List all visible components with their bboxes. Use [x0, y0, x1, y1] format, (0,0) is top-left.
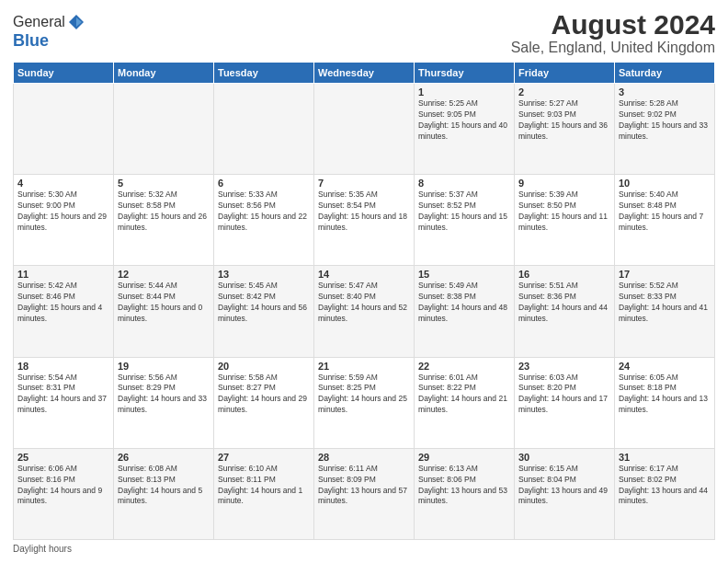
day-number: 6	[218, 178, 310, 189]
table-cell: 26Sunrise: 6:08 AMSunset: 8:13 PMDayligh…	[114, 448, 214, 539]
day-number: 27	[218, 452, 310, 463]
day-info: Sunrise: 5:39 AMSunset: 8:50 PMDaylight:…	[518, 190, 610, 234]
table-cell: 10Sunrise: 5:40 AMSunset: 8:48 PMDayligh…	[615, 175, 715, 266]
table-cell: 15Sunrise: 5:49 AMSunset: 8:38 PMDayligh…	[415, 266, 515, 357]
page-subtitle: Sale, England, United Kingdom	[511, 40, 715, 56]
table-cell: 16Sunrise: 5:51 AMSunset: 8:36 PMDayligh…	[515, 266, 615, 357]
table-cell: 27Sunrise: 6:10 AMSunset: 8:11 PMDayligh…	[214, 448, 314, 539]
table-cell: 13Sunrise: 5:45 AMSunset: 8:42 PMDayligh…	[214, 266, 314, 357]
table-cell: 22Sunrise: 6:01 AMSunset: 8:22 PMDayligh…	[415, 357, 515, 448]
day-number: 15	[418, 269, 510, 280]
day-number: 19	[118, 361, 210, 372]
logo: General Blue	[13, 9, 85, 51]
col-friday: Friday	[515, 63, 615, 84]
day-number: 16	[518, 269, 610, 280]
day-info: Sunrise: 6:10 AMSunset: 8:11 PMDaylight:…	[218, 464, 310, 508]
day-info: Sunrise: 5:49 AMSunset: 8:38 PMDaylight:…	[418, 281, 510, 325]
table-cell: 21Sunrise: 5:59 AMSunset: 8:25 PMDayligh…	[314, 357, 415, 448]
table-row: 18Sunrise: 5:54 AMSunset: 8:31 PMDayligh…	[14, 357, 715, 448]
day-number: 25	[17, 452, 109, 463]
footer: Daylight hours	[13, 544, 715, 554]
table-row: 1Sunrise: 5:25 AMSunset: 9:05 PMDaylight…	[14, 84, 715, 175]
day-number: 13	[218, 269, 310, 280]
table-cell: 11Sunrise: 5:42 AMSunset: 8:46 PMDayligh…	[14, 266, 114, 357]
table-cell: 12Sunrise: 5:44 AMSunset: 8:44 PMDayligh…	[114, 266, 214, 357]
day-info: Sunrise: 5:54 AMSunset: 8:31 PMDaylight:…	[17, 373, 109, 417]
table-cell: 29Sunrise: 6:13 AMSunset: 8:06 PMDayligh…	[415, 448, 515, 539]
day-number: 3	[619, 86, 711, 98]
calendar-table: Sunday Monday Tuesday Wednesday Thursday…	[13, 62, 715, 540]
table-row: 25Sunrise: 6:06 AMSunset: 8:16 PMDayligh…	[14, 448, 715, 539]
day-info: Sunrise: 5:37 AMSunset: 8:52 PMDaylight:…	[418, 190, 510, 234]
table-cell: 5Sunrise: 5:32 AMSunset: 8:58 PMDaylight…	[114, 175, 214, 266]
table-cell: 8Sunrise: 5:37 AMSunset: 8:52 PMDaylight…	[415, 175, 515, 266]
day-number: 14	[318, 269, 410, 280]
day-number: 22	[418, 361, 510, 372]
table-cell	[214, 84, 314, 175]
col-saturday: Saturday	[615, 63, 715, 84]
table-cell	[14, 84, 114, 175]
table-cell: 30Sunrise: 6:15 AMSunset: 8:04 PMDayligh…	[515, 448, 615, 539]
table-cell: 25Sunrise: 6:06 AMSunset: 8:16 PMDayligh…	[14, 448, 114, 539]
table-cell: 1Sunrise: 5:25 AMSunset: 9:05 PMDaylight…	[415, 84, 515, 175]
day-info: Sunrise: 6:05 AMSunset: 8:18 PMDaylight:…	[619, 373, 711, 417]
day-info: Sunrise: 5:33 AMSunset: 8:56 PMDaylight:…	[218, 190, 310, 234]
day-number: 26	[118, 452, 210, 463]
table-cell	[114, 84, 214, 175]
day-number: 8	[418, 178, 510, 189]
day-number: 30	[518, 452, 610, 463]
header-row: Sunday Monday Tuesday Wednesday Thursday…	[14, 63, 715, 84]
page: General Blue August 2024 Sale, England, …	[0, 0, 728, 563]
day-number: 4	[17, 178, 109, 189]
day-number: 29	[418, 452, 510, 463]
day-info: Sunrise: 5:35 AMSunset: 8:54 PMDaylight:…	[318, 190, 410, 234]
day-number: 12	[118, 269, 210, 280]
table-cell: 31Sunrise: 6:17 AMSunset: 8:02 PMDayligh…	[615, 448, 715, 539]
table-cell: 20Sunrise: 5:58 AMSunset: 8:27 PMDayligh…	[214, 357, 314, 448]
header: General Blue August 2024 Sale, England, …	[13, 9, 715, 56]
logo-general-text: General	[13, 14, 65, 30]
col-monday: Monday	[114, 63, 214, 84]
day-info: Sunrise: 5:25 AMSunset: 9:05 PMDaylight:…	[418, 98, 510, 143]
table-cell: 2Sunrise: 5:27 AMSunset: 9:03 PMDaylight…	[515, 84, 615, 175]
day-number: 11	[17, 269, 109, 280]
table-cell: 9Sunrise: 5:39 AMSunset: 8:50 PMDaylight…	[515, 175, 615, 266]
footer-text: Daylight hours	[13, 544, 72, 554]
day-info: Sunrise: 6:01 AMSunset: 8:22 PMDaylight:…	[418, 373, 510, 417]
table-cell: 3Sunrise: 5:28 AMSunset: 9:02 PMDaylight…	[615, 84, 715, 175]
table-cell: 7Sunrise: 5:35 AMSunset: 8:54 PMDaylight…	[314, 175, 415, 266]
day-info: Sunrise: 5:40 AMSunset: 8:48 PMDaylight:…	[619, 190, 711, 234]
col-tuesday: Tuesday	[214, 63, 314, 84]
day-info: Sunrise: 6:06 AMSunset: 8:16 PMDaylight:…	[17, 464, 109, 508]
day-info: Sunrise: 5:58 AMSunset: 8:27 PMDaylight:…	[218, 373, 310, 417]
day-info: Sunrise: 5:42 AMSunset: 8:46 PMDaylight:…	[17, 281, 109, 325]
table-cell: 19Sunrise: 5:56 AMSunset: 8:29 PMDayligh…	[114, 357, 214, 448]
day-number: 28	[318, 452, 410, 463]
col-thursday: Thursday	[415, 63, 515, 84]
day-info: Sunrise: 5:47 AMSunset: 8:40 PMDaylight:…	[318, 281, 410, 325]
day-info: Sunrise: 6:17 AMSunset: 8:02 PMDaylight:…	[619, 464, 711, 508]
day-number: 2	[518, 86, 610, 98]
day-number: 24	[619, 361, 711, 372]
day-info: Sunrise: 5:52 AMSunset: 8:33 PMDaylight:…	[619, 281, 711, 325]
day-info: Sunrise: 5:45 AMSunset: 8:42 PMDaylight:…	[218, 281, 310, 325]
day-info: Sunrise: 5:28 AMSunset: 9:02 PMDaylight:…	[619, 98, 711, 143]
day-number: 21	[318, 361, 410, 372]
day-info: Sunrise: 5:30 AMSunset: 9:00 PMDaylight:…	[17, 190, 109, 234]
day-number: 18	[17, 361, 109, 372]
day-info: Sunrise: 6:13 AMSunset: 8:06 PMDaylight:…	[418, 464, 510, 508]
col-wednesday: Wednesday	[314, 63, 415, 84]
day-info: Sunrise: 5:32 AMSunset: 8:58 PMDaylight:…	[118, 190, 210, 234]
day-number: 7	[318, 178, 410, 189]
day-number: 23	[518, 361, 610, 372]
logo-blue-text: Blue	[13, 31, 49, 51]
day-number: 1	[418, 86, 510, 98]
table-cell: 6Sunrise: 5:33 AMSunset: 8:56 PMDaylight…	[214, 175, 314, 266]
logo-icon	[67, 13, 85, 31]
day-info: Sunrise: 6:08 AMSunset: 8:13 PMDaylight:…	[118, 464, 210, 508]
day-info: Sunrise: 6:15 AMSunset: 8:04 PMDaylight:…	[518, 464, 610, 508]
col-sunday: Sunday	[14, 63, 114, 84]
day-number: 17	[619, 269, 711, 280]
day-number: 5	[118, 178, 210, 189]
day-number: 31	[619, 452, 711, 463]
